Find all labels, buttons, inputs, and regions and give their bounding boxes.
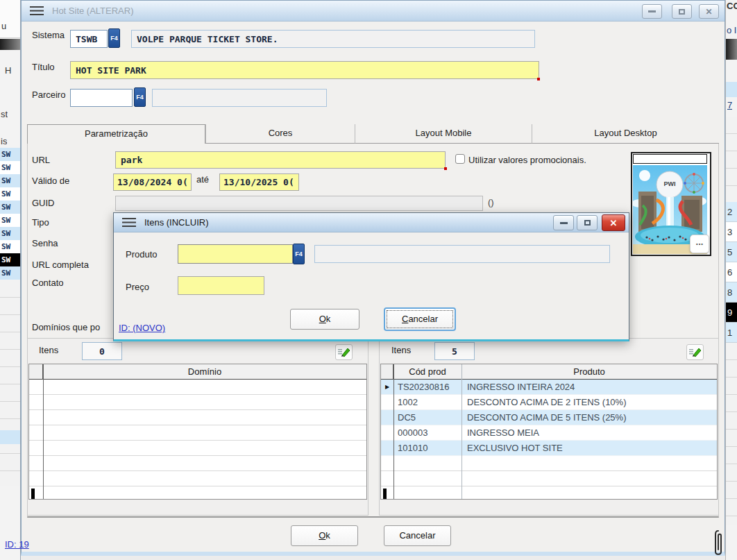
- tab-parametrizacao[interactable]: Parametrização: [27, 124, 205, 144]
- background-grid-cell: 3: [726, 222, 737, 242]
- menu-hamburger-icon[interactable]: [122, 218, 136, 220]
- minimize-icon: [560, 222, 568, 224]
- parceiro-f4-button[interactable]: F4: [134, 87, 146, 107]
- sistema-code-input[interactable]: TSWB: [70, 30, 108, 48]
- dialog-ok-button[interactable]: Ok: [290, 309, 359, 330]
- produto-code-input[interactable]: [178, 244, 293, 264]
- valido-de-input[interactable]: 13/08/2024 0(: [113, 173, 192, 191]
- menu-hamburger-icon[interactable]: [30, 6, 44, 8]
- ok-button[interactable]: Ok: [291, 525, 358, 546]
- background-grid-row-selected: SW: [0, 253, 20, 266]
- table-row[interactable]: 000003 INGRESSO MEIA: [381, 425, 717, 441]
- url-input[interactable]: park: [115, 151, 446, 169]
- promo-checkbox[interactable]: [455, 154, 465, 164]
- produto-f4-button[interactable]: F4: [293, 244, 305, 264]
- background-image-strip: [726, 39, 737, 60]
- guid-label: GUID: [32, 198, 55, 208]
- sistema-label: Sistema: [32, 30, 65, 40]
- background-grid-row: SW: [0, 187, 20, 201]
- produtos-count-field: 5: [434, 342, 475, 360]
- background-grid-cell: 6: [726, 262, 737, 282]
- image-more-button[interactable]: ...: [690, 235, 709, 253]
- grid-cursor: [383, 489, 387, 499]
- sistema-f4-button[interactable]: F4: [108, 28, 120, 48]
- minimize-button[interactable]: [642, 4, 662, 19]
- table-row[interactable]: ▶ TS20230816 INGRESSO INTEIRA 2024: [381, 380, 717, 395]
- background-grid-row: SW: [0, 266, 20, 280]
- background-text: H: [5, 65, 11, 76]
- dialog-title: Itens (INCLUIR): [144, 217, 208, 228]
- record-id-link[interactable]: ID: 19: [5, 539, 29, 550]
- table-row[interactable]: DC5 DESCONTO ACIMA DE 5 ITENS (25%): [381, 410, 717, 425]
- row-selector-header: [381, 364, 393, 379]
- maximize-icon: [679, 9, 685, 15]
- table-row[interactable]: 101010 EXCLUSIVO HOT SITE: [381, 441, 717, 456]
- produto-cell: INGRESSO INTEIRA 2024: [461, 382, 717, 392]
- background-grid-highlight: [726, 82, 737, 97]
- background-grid-cell: 1: [726, 323, 737, 343]
- grid-divider: [43, 364, 44, 499]
- background-link: 7: [727, 100, 732, 110]
- close-button[interactable]: ✕: [699, 4, 719, 19]
- produtos-grid[interactable]: Cód prod Produto ▶ TS20230816 INGRESSO I…: [380, 364, 718, 500]
- grid-divider: [393, 364, 394, 499]
- tab-cores[interactable]: Cores: [205, 124, 355, 144]
- tipo-label: Tipo: [32, 217, 49, 228]
- table-row[interactable]: 1002 DESCONTO ACIMA DE 2 ITENS (10%): [381, 395, 717, 410]
- senha-label: Senha: [32, 238, 58, 248]
- required-marker: [537, 78, 540, 80]
- background-grid-row: SW: [0, 174, 20, 187]
- cod-prod-column-header: Cód prod: [393, 366, 461, 377]
- background-text: o I: [727, 25, 737, 35]
- sistema-description-field: VOLPE PARQUE TICKET STORE.: [131, 30, 535, 48]
- background-grid-row: SW: [0, 214, 20, 227]
- contato-label: Contato: [32, 278, 64, 288]
- paperclip-icon[interactable]: [712, 529, 725, 558]
- title-bar[interactable]: Hot Site (ALTERAR): [22, 1, 725, 22]
- tab-layout-desktop[interactable]: Layout Desktop: [532, 124, 719, 144]
- dominios-grid-header: Domínio: [29, 364, 366, 380]
- background-text: st: [1, 109, 8, 119]
- maximize-button[interactable]: [672, 4, 692, 19]
- image-caption-field: [633, 154, 707, 164]
- background-text: u: [1, 21, 6, 31]
- cancel-button[interactable]: Cancelar: [384, 525, 451, 546]
- dialog-cancel-button[interactable]: Cancelar: [384, 307, 456, 331]
- background-grid-row: SW: [0, 161, 20, 174]
- background-image-strip: [0, 39, 20, 50]
- dialog-maximize-button[interactable]: [577, 215, 598, 230]
- parceiro-code-input[interactable]: [70, 89, 133, 107]
- dominio-column-header: Domínio: [43, 366, 366, 377]
- background-window-left: u H st is SW SW SW SW SW SW SW SW SW SW: [0, 0, 21, 560]
- background-grid-row: SW: [0, 148, 20, 161]
- produtos-edit-button[interactable]: [686, 344, 704, 360]
- dominios-label: Domínios que po: [32, 322, 114, 332]
- tab-layout-mobile[interactable]: Layout Mobile: [355, 124, 532, 144]
- dialog-id-link[interactable]: ID: (NOVO): [119, 323, 165, 333]
- empty-rows: [381, 456, 717, 486]
- grid-divider: [461, 364, 462, 499]
- background-grid-empty: [726, 343, 737, 525]
- produto-description-field: [314, 245, 610, 263]
- dialog-minimize-button[interactable]: [553, 215, 574, 230]
- dialog-title-bar[interactable]: Itens (INCLUIR): [114, 213, 629, 232]
- produtos-grid-header: Cód prod Produto: [381, 364, 717, 380]
- preco-input[interactable]: [178, 276, 264, 295]
- produto-cell: INGRESSO MEIA: [461, 427, 717, 438]
- maximize-icon: [584, 220, 591, 226]
- dominios-grid[interactable]: Domínio: [28, 364, 367, 500]
- url-label: URL: [32, 155, 50, 165]
- dialog-close-button[interactable]: ✕: [602, 214, 625, 231]
- row-selector-header: [29, 364, 43, 379]
- titulo-input[interactable]: HOT SITE PARK: [70, 61, 539, 79]
- background-text: CO: [727, 1, 737, 11]
- guid-field: [115, 196, 483, 211]
- dominios-edit-button[interactable]: [335, 344, 353, 360]
- close-icon: ✕: [610, 218, 618, 228]
- green-pen-icon: [689, 347, 701, 357]
- produto-cell: DESCONTO ACIMA DE 2 ITENS (10%): [461, 397, 717, 407]
- titulo-label: Título: [32, 62, 55, 72]
- valido-ate-input[interactable]: 13/10/2025 0(: [219, 173, 299, 191]
- current-row-arrow-icon: ▶: [381, 384, 393, 390]
- produto-column-header: Produto: [461, 366, 717, 377]
